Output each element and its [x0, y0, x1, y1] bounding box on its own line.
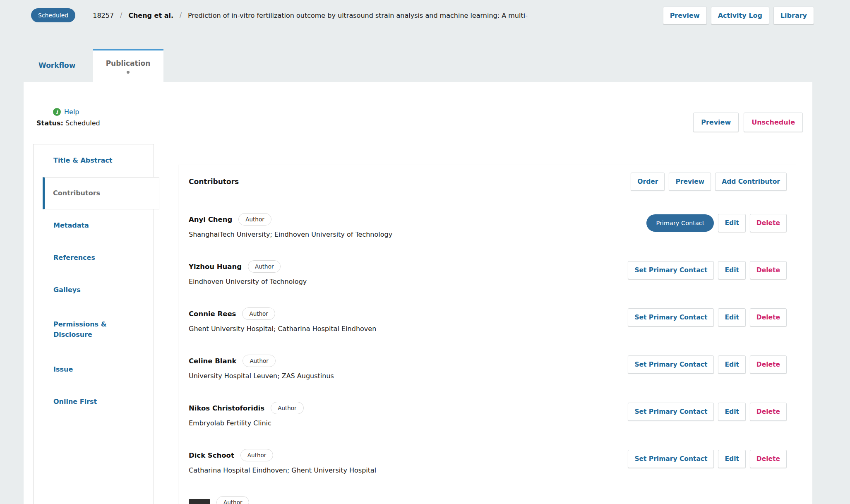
- primary-contact-badge: Primary Contact: [646, 214, 714, 232]
- contributor-role-badge: Author: [242, 307, 275, 320]
- contributor-name: Connie Rees: [189, 310, 236, 318]
- edit-button[interactable]: Edit: [718, 450, 745, 468]
- help-label: Help: [64, 108, 79, 116]
- contributor-affiliation: Embryolab Fertility Clinic: [189, 419, 628, 427]
- contributor-row-partial: Author: [189, 491, 787, 504]
- tab-publication-label: Publication: [106, 59, 151, 67]
- order-button[interactable]: Order: [631, 173, 665, 191]
- contributors-header: Contributors Order Preview Add Contribut…: [178, 165, 796, 198]
- help-link[interactable]: Help: [53, 108, 79, 116]
- contributor-name: Dick Schoot: [189, 451, 234, 459]
- sidebar-item-metadata[interactable]: Metadata: [34, 209, 154, 242]
- delete-button[interactable]: Delete: [750, 450, 787, 468]
- sidebar-item-title-abstract[interactable]: Title & Abstract: [34, 144, 154, 177]
- contributor-row: Dick Schoot Author Catharina Hospital Ei…: [189, 444, 787, 491]
- delete-button[interactable]: Delete: [750, 214, 787, 232]
- edit-button[interactable]: Edit: [718, 403, 745, 421]
- tab-publication[interactable]: Publication: [93, 49, 163, 82]
- contributor-name: Celine Blank: [189, 357, 236, 365]
- add-contributor-button[interactable]: Add Contributor: [715, 173, 787, 191]
- submission-id: 18257: [93, 12, 114, 19]
- contributor-row: Anyi Cheng Author ShanghaiTech Universit…: [189, 208, 787, 255]
- status-value: Scheduled: [65, 119, 100, 127]
- contributors-title: Contributors: [189, 178, 239, 186]
- contributor-role-badge: Author: [243, 355, 275, 367]
- delete-button[interactable]: Delete: [750, 308, 787, 326]
- sidebar-item-references[interactable]: References: [34, 242, 154, 274]
- sidebar-item-online-first[interactable]: Online First: [34, 386, 154, 418]
- topbar-actions: Preview Activity Log Library: [663, 7, 814, 24]
- preview-button[interactable]: Preview: [663, 7, 707, 24]
- submission-title: Prediction of in-vitro fertilization out…: [188, 12, 657, 19]
- tab-workflow[interactable]: Workflow: [26, 49, 88, 82]
- contributor-row: Connie Rees Author Ghent University Hosp…: [189, 302, 787, 350]
- status-badge: Scheduled: [31, 8, 75, 22]
- contributor-role-badge: Author: [248, 260, 281, 273]
- sidebar-item-permissions-disclosure[interactable]: Permissions & Disclosure: [34, 306, 154, 353]
- unschedule-button[interactable]: Unschedule: [744, 113, 803, 132]
- status-label: Status:: [36, 119, 63, 127]
- contributor-role-badge: Author: [238, 213, 271, 226]
- set-primary-contact-button[interactable]: Set Primary Contact: [628, 450, 714, 468]
- sidebar-item-issue[interactable]: Issue: [34, 353, 154, 386]
- library-button[interactable]: Library: [773, 7, 814, 24]
- delete-button[interactable]: Delete: [750, 355, 787, 374]
- set-primary-contact-button[interactable]: Set Primary Contact: [628, 355, 714, 374]
- delete-button[interactable]: Delete: [750, 403, 787, 421]
- sidebar-item-galleys[interactable]: Galleys: [34, 274, 154, 306]
- publication-tab-dot: [127, 71, 130, 74]
- breadcrumb: Scheduled 18257 / Cheng et al. / Predict…: [31, 6, 814, 25]
- publication-panel: Help Status: Scheduled Preview Unschedul…: [24, 82, 812, 504]
- contributor-name: Anyi Cheng: [189, 216, 232, 223]
- contributor-role-badge: Author: [240, 449, 273, 461]
- contributor-row: Yizhou Huang Author Eindhoven University…: [189, 255, 787, 302]
- activity-log-button[interactable]: Activity Log: [711, 7, 769, 24]
- contributors-list: Anyi Cheng Author ShanghaiTech Universit…: [178, 198, 796, 504]
- contributor-name-clipped: [189, 499, 210, 504]
- main-tabs: Workflow Publication: [24, 49, 163, 82]
- publication-preview-button[interactable]: Preview: [693, 113, 739, 132]
- contributor-affiliation: University Hospital Leuven; ZAS Augustin…: [189, 372, 628, 380]
- contributor-affiliation: Ghent University Hospital; Catharina Hos…: [189, 325, 628, 333]
- edit-button[interactable]: Edit: [718, 308, 745, 326]
- contributor-affiliation: ShanghaiTech University; Eindhoven Unive…: [189, 230, 646, 238]
- set-primary-contact-button[interactable]: Set Primary Contact: [628, 308, 714, 326]
- help-icon: [53, 108, 61, 116]
- publication-actions: Preview Unschedule: [693, 113, 803, 132]
- contributor-row: Nikos Christoforidis Author Embryolab Fe…: [189, 397, 787, 444]
- contributor-affiliation: Catharina Hospital Eindhoven; Ghent Univ…: [189, 466, 628, 474]
- edit-button[interactable]: Edit: [718, 355, 745, 374]
- contributor-affiliation: Eindhoven University of Technology: [189, 278, 628, 286]
- delete-button[interactable]: Delete: [750, 261, 787, 279]
- edit-button[interactable]: Edit: [718, 261, 745, 279]
- edit-button[interactable]: Edit: [718, 214, 745, 232]
- contributor-row: Celine Blank Author University Hospital …: [189, 350, 787, 397]
- contributors-panel: Contributors Order Preview Add Contribut…: [178, 165, 796, 504]
- contributors-preview-button[interactable]: Preview: [669, 173, 711, 191]
- sidebar-item-contributors[interactable]: Contributors: [43, 177, 159, 209]
- contributor-name: Yizhou Huang: [189, 263, 242, 271]
- publication-status: Status: Scheduled: [36, 119, 100, 127]
- set-primary-contact-button[interactable]: Set Primary Contact: [628, 403, 714, 421]
- breadcrumb-separator: /: [180, 12, 182, 19]
- contributor-role-badge: Author: [271, 402, 303, 414]
- contributor-role-badge: Author: [216, 496, 249, 504]
- breadcrumb-separator: /: [120, 12, 122, 19]
- publication-sidebar: Title & Abstract Contributors Metadata R…: [33, 144, 154, 504]
- submission-authors: Cheng et al.: [128, 12, 173, 19]
- contributor-name: Nikos Christoforidis: [189, 404, 264, 412]
- set-primary-contact-button[interactable]: Set Primary Contact: [628, 261, 714, 279]
- contributors-header-actions: Order Preview Add Contributor: [631, 173, 787, 191]
